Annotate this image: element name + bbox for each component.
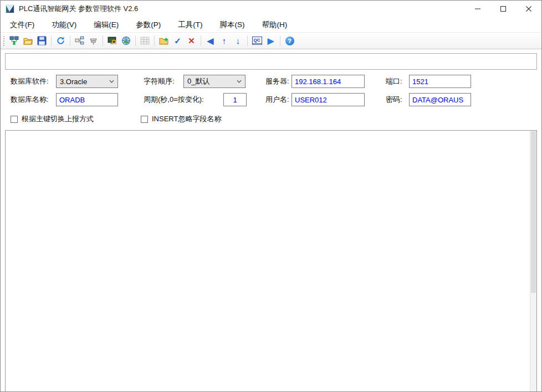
toolbar-separator bbox=[70, 35, 70, 46]
refresh-button[interactable] bbox=[54, 34, 68, 48]
menu-item-3[interactable]: 参数(P) bbox=[130, 18, 167, 32]
toolbar-separator bbox=[280, 35, 280, 46]
app-window: PLC通讯智能网关 参数管理软件 V2.6 文件(F)功能(V)编辑(E)参数(… bbox=[0, 0, 542, 392]
minimize-icon bbox=[474, 6, 481, 12]
refresh-icon bbox=[56, 36, 65, 45]
menu-item-2[interactable]: 编辑(E) bbox=[88, 18, 125, 32]
apply-check-button[interactable]: ✓ bbox=[171, 34, 185, 48]
menu-item-4[interactable]: 工具(T) bbox=[172, 18, 208, 32]
password-input[interactable] bbox=[409, 93, 471, 106]
chevron-down-icon bbox=[109, 80, 114, 83]
qc-button[interactable]: QC bbox=[250, 34, 264, 48]
grid-rows-area bbox=[6, 131, 530, 391]
vertical-scrollbar[interactable] bbox=[530, 131, 536, 391]
primary-key-switch-checkbox[interactable]: 根据主键切换上报方式 bbox=[11, 114, 94, 124]
save-button[interactable] bbox=[35, 34, 49, 48]
maximize-button[interactable] bbox=[490, 1, 516, 17]
menu-item-5[interactable]: 脚本(S) bbox=[214, 18, 251, 32]
menu-item-6[interactable]: 帮助(H) bbox=[256, 18, 294, 32]
grid-icon bbox=[140, 36, 150, 45]
connect-button[interactable] bbox=[7, 34, 21, 48]
arrow-up-button[interactable]: ↑ bbox=[217, 34, 231, 48]
checkbox-icon bbox=[141, 116, 148, 123]
toolbar-separator bbox=[201, 35, 201, 46]
period-input[interactable] bbox=[223, 93, 247, 106]
monitor-search-icon bbox=[108, 36, 117, 45]
close-button[interactable] bbox=[516, 1, 541, 17]
toolbar: ✓✕◀↑↓QC▶? bbox=[1, 32, 541, 49]
add-folder-button[interactable] bbox=[157, 34, 171, 48]
maximize-icon bbox=[500, 6, 507, 12]
menu-item-1[interactable]: 功能(V) bbox=[45, 18, 83, 32]
toolbar-separator bbox=[51, 35, 52, 46]
db-name-input[interactable] bbox=[56, 93, 118, 106]
globe-icon bbox=[121, 36, 131, 45]
insert-ignore-fields-checkbox[interactable]: INSERT忽略字段名称 bbox=[141, 114, 221, 124]
db-name-label: 数据库名称: bbox=[11, 93, 49, 106]
run-play-button[interactable]: ▶ bbox=[264, 34, 278, 48]
main-panel: 数据库软件: 3.Oracle 字符顺序: 0_默认 服务器: 端口: 数据库名… bbox=[1, 50, 541, 391]
apply-check-icon: ✓ bbox=[174, 37, 181, 45]
connect-icon bbox=[9, 36, 19, 45]
title-bar: PLC通讯智能网关 参数管理软件 V2.6 bbox=[1, 1, 541, 17]
minimize-button[interactable] bbox=[465, 1, 490, 17]
menu-item-0[interactable]: 文件(F) bbox=[4, 18, 40, 32]
insert-ignore-fields-label: INSERT忽略字段名称 bbox=[152, 114, 221, 124]
menu-bar: 文件(F)功能(V)编辑(E)参数(P)工具(T)脚本(S)帮助(H) bbox=[1, 17, 541, 32]
port-input[interactable] bbox=[409, 75, 471, 88]
chevron-down-icon bbox=[237, 80, 242, 83]
server-input[interactable] bbox=[292, 75, 365, 88]
arrow-left-icon: ◀ bbox=[207, 37, 214, 45]
grid-button bbox=[138, 34, 152, 48]
toolbar-grip[interactable] bbox=[3, 36, 4, 46]
arrow-down-icon: ↓ bbox=[236, 37, 241, 45]
toolbar-separator bbox=[247, 35, 248, 46]
toolbar-separator bbox=[154, 35, 155, 46]
connection-form: 数据库软件: 3.Oracle 字符顺序: 0_默认 服务器: 端口: 数据库名… bbox=[5, 74, 537, 111]
run-play-icon: ▶ bbox=[268, 37, 274, 45]
db-software-value: 3.Oracle bbox=[60, 78, 87, 86]
open-folder-button[interactable] bbox=[21, 34, 35, 48]
username-input[interactable] bbox=[292, 93, 365, 106]
cancel-cross-button[interactable]: ✕ bbox=[185, 34, 198, 48]
cancel-cross-icon: ✕ bbox=[188, 37, 195, 45]
globe-button[interactable] bbox=[119, 34, 133, 48]
toolbar-separator bbox=[135, 35, 136, 46]
app-logo-icon bbox=[6, 4, 14, 13]
char-order-select[interactable]: 0_默认 bbox=[183, 75, 246, 88]
primary-key-switch-label: 根据主键切换上报方式 bbox=[22, 114, 94, 124]
scrollbar-thumb[interactable] bbox=[531, 131, 536, 293]
toolbar-separator bbox=[103, 35, 103, 46]
char-order-label: 字符顺序: bbox=[144, 75, 175, 88]
add-folder-icon bbox=[159, 36, 168, 45]
server-label: 服务器: bbox=[265, 75, 289, 88]
checkbox-icon bbox=[11, 116, 18, 123]
save-icon bbox=[37, 36, 47, 45]
window-title: PLC通讯智能网关 参数管理软件 V2.6 bbox=[19, 4, 138, 14]
network-tree-button[interactable] bbox=[73, 34, 86, 48]
arrow-left-button[interactable]: ◀ bbox=[203, 34, 217, 48]
monitor-search-button[interactable] bbox=[105, 34, 119, 48]
username-label: 用户名: bbox=[265, 93, 289, 106]
qc-icon: QC bbox=[252, 37, 262, 45]
options-row: 根据主键切换上报方式 INSERT忽略字段名称 bbox=[5, 114, 537, 127]
serial-port-icon bbox=[89, 36, 98, 45]
arrow-down-button[interactable]: ↓ bbox=[231, 34, 245, 48]
password-label: 密码: bbox=[386, 93, 402, 106]
help-icon: ? bbox=[285, 37, 294, 45]
help-button[interactable]: ? bbox=[283, 34, 296, 48]
serial-port-button[interactable] bbox=[86, 34, 100, 48]
period-label: 周期(秒,0=按变化): bbox=[144, 93, 204, 106]
mode-radio-group bbox=[5, 53, 537, 70]
char-order-value: 0_默认 bbox=[187, 76, 209, 86]
close-icon bbox=[525, 6, 532, 12]
db-software-select[interactable]: 3.Oracle bbox=[56, 75, 118, 88]
open-folder-icon bbox=[23, 36, 33, 45]
port-label: 端口: bbox=[386, 75, 402, 88]
arrow-up-icon: ↑ bbox=[222, 37, 227, 45]
parameter-grid bbox=[5, 130, 537, 391]
db-software-label: 数据库软件: bbox=[11, 75, 49, 88]
network-tree-icon bbox=[75, 36, 84, 45]
